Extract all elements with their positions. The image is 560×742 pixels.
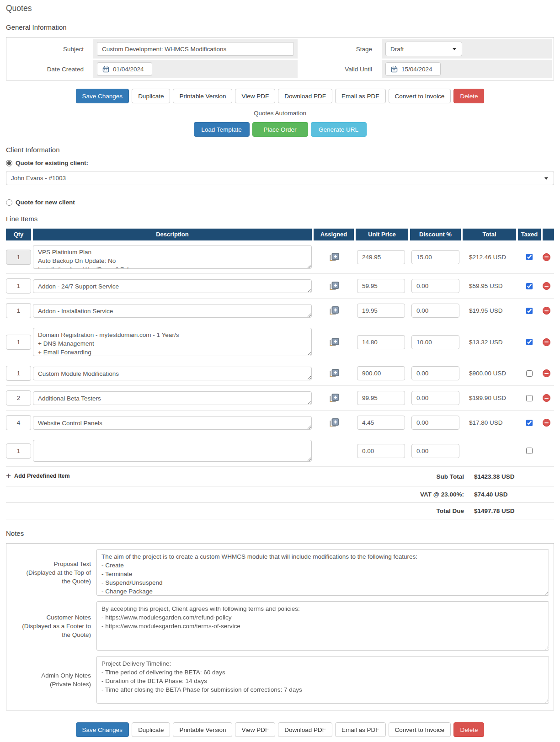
discount-input[interactable] (411, 391, 459, 405)
description-textarea[interactable]: Addon - Installation Service (33, 304, 312, 318)
unit-price-input[interactable] (357, 391, 405, 405)
date-created-value: 01/04/2024 (113, 66, 144, 73)
line-item-row: Domain Registration - mytestdomain.com -… (6, 323, 554, 361)
quotes-page: Quotes General Information Subject Stage… (0, 0, 560, 742)
discount-input[interactable] (411, 250, 459, 264)
new-client-radio[interactable] (6, 199, 12, 206)
load-template-button[interactable]: Load Template (194, 122, 250, 137)
description-textarea[interactable]: Website Control Panels (33, 416, 312, 430)
qty-input[interactable] (6, 443, 31, 459)
remove-line-icon[interactable] (543, 282, 550, 290)
discount-input[interactable] (411, 304, 459, 318)
view-pdf-button[interactable]: View PDF (235, 89, 275, 103)
qty-input[interactable] (6, 366, 31, 381)
description-textarea[interactable]: Addon - 24/7 Support Service (33, 279, 312, 293)
general-information-heading: General Information (6, 23, 554, 31)
taxed-checkbox[interactable] (526, 308, 533, 314)
qty-input[interactable] (6, 415, 31, 430)
unit-price-input[interactable] (357, 250, 405, 264)
assign-item-icon[interactable] (329, 368, 339, 378)
taxed-checkbox[interactable] (526, 420, 533, 426)
qty-input[interactable] (6, 390, 31, 406)
line-item-row: Custom Module Modifications $900.00 USD (6, 361, 554, 386)
qty-input[interactable] (6, 335, 31, 350)
assign-item-icon[interactable] (329, 306, 339, 315)
description-textarea[interactable]: Domain Registration - mytestdomain.com -… (33, 328, 312, 356)
qty-input[interactable] (6, 303, 31, 318)
email-as-pdf-button[interactable]: Email as PDF (335, 722, 386, 737)
taxed-checkbox[interactable] (526, 370, 533, 377)
client-select[interactable]: John Evans - #1003 (6, 171, 554, 185)
discount-input[interactable] (411, 444, 459, 458)
download-pdf-button[interactable]: Download PDF (278, 89, 332, 103)
customer-notes-textarea[interactable]: By accepting this project, Client agrees… (96, 601, 549, 651)
unit-price-input[interactable] (357, 304, 405, 318)
proposal-text-row: Proposal Text (Displayed at the Top of t… (11, 549, 549, 596)
taxed-checkbox[interactable] (526, 254, 533, 260)
proposal-text-textarea[interactable]: The aim of the project is to create a cu… (96, 549, 549, 596)
line-items-heading: Line Items (6, 215, 554, 223)
convert-to-invoice-button[interactable]: Convert to Invoice (389, 89, 451, 103)
stage-select-wrap: Draft (385, 42, 462, 56)
subject-field-cell (93, 39, 298, 59)
qty-input[interactable] (6, 278, 31, 294)
subject-input[interactable] (97, 42, 294, 56)
assign-item-icon[interactable] (329, 393, 339, 403)
printable-version-button[interactable]: Printable Version (173, 89, 232, 103)
assign-item-icon[interactable] (329, 252, 339, 262)
remove-line-icon[interactable] (543, 253, 550, 261)
description-textarea[interactable]: VPS Platinium Plan Auto Backup On Update… (33, 245, 312, 269)
discount-input[interactable] (411, 279, 459, 293)
taxed-checkbox[interactable] (526, 339, 533, 345)
generate-url-button[interactable]: Generate URL (311, 122, 367, 137)
description-textarea[interactable] (33, 440, 312, 462)
qty-input[interactable] (6, 250, 31, 265)
printable-version-button[interactable]: Printable Version (173, 722, 232, 737)
description-textarea[interactable]: Custom Module Modifications (33, 367, 312, 380)
taxed-checkbox[interactable] (526, 283, 533, 289)
unit-price-input[interactable] (357, 335, 405, 349)
remove-line-icon[interactable] (543, 394, 550, 402)
view-pdf-button[interactable]: View PDF (235, 722, 275, 737)
stage-select[interactable]: Draft (385, 42, 462, 56)
existing-client-radio[interactable] (6, 160, 12, 166)
remove-line-icon[interactable] (543, 369, 550, 377)
unit-price-input[interactable] (357, 279, 405, 293)
remove-line-icon[interactable] (543, 338, 550, 346)
delete-button[interactable]: Delete (453, 722, 484, 737)
taxed-checkbox[interactable] (526, 395, 533, 401)
add-predefined-item-button[interactable]: + Add Predefined Item (6, 473, 70, 479)
delete-button[interactable]: Delete (453, 89, 484, 103)
taxed-checkbox[interactable] (526, 448, 533, 454)
save-changes-button[interactable]: Save Changes (76, 89, 129, 103)
remove-line-icon[interactable] (543, 419, 550, 427)
line-total: $900.00 USD (463, 370, 516, 377)
convert-to-invoice-button[interactable]: Convert to Invoice (389, 722, 451, 737)
unit-price-input[interactable] (357, 416, 405, 430)
column-total: Total (463, 229, 516, 240)
discount-input[interactable] (411, 416, 459, 430)
remove-line-icon[interactable] (543, 307, 550, 315)
date-created-input[interactable]: 01/04/2024 (97, 62, 152, 76)
unit-price-input[interactable] (357, 366, 405, 380)
discount-input[interactable] (411, 335, 459, 349)
duplicate-button[interactable]: Duplicate (132, 722, 170, 737)
total-due-label: Total Due (437, 507, 464, 514)
email-as-pdf-button[interactable]: Email as PDF (335, 89, 386, 103)
admin-notes-row: Admin Only Notes (Private Notes) Project… (11, 656, 549, 704)
assign-item-icon[interactable] (329, 418, 339, 427)
page-title: Quotes (6, 4, 554, 13)
save-changes-button[interactable]: Save Changes (76, 722, 129, 737)
assign-item-icon[interactable] (329, 337, 339, 347)
duplicate-button[interactable]: Duplicate (132, 89, 170, 103)
download-pdf-button[interactable]: Download PDF (278, 722, 332, 737)
valid-until-input[interactable]: 15/04/2024 (385, 62, 441, 76)
place-order-button[interactable]: Place Order (252, 122, 308, 137)
assign-item-icon[interactable] (329, 281, 339, 291)
description-textarea[interactable]: Additional Beta Testers (33, 391, 312, 405)
admin-notes-textarea[interactable]: Project Delivery Timeline: - Time period… (96, 656, 549, 704)
discount-input[interactable] (411, 366, 459, 380)
line-item-row-empty (6, 435, 554, 467)
unit-price-input[interactable] (357, 444, 405, 458)
client-select-wrap: John Evans - #1003 (6, 171, 554, 185)
